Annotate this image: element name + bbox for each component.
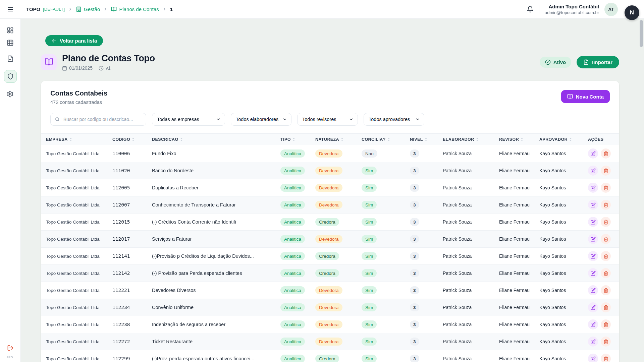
nivel-badge: 3	[410, 184, 419, 192]
nivel-cell: 3	[410, 196, 443, 214]
column-header[interactable]: CONCILIA?	[362, 134, 410, 145]
edit-button[interactable]	[588, 285, 598, 295]
avatar[interactable]: AT	[604, 3, 618, 16]
edit-button[interactable]	[588, 183, 598, 193]
trash-icon	[603, 237, 608, 242]
user-info[interactable]: Admin Topo Contábil admin@topocontabil.c…	[545, 4, 599, 15]
filter-select[interactable]: Todos revisores	[297, 113, 358, 126]
table-row: Topo Gestão Contábil Ltda112005Duplicata…	[41, 179, 619, 196]
aprovador-cell: Kayo Santos	[539, 316, 588, 333]
sidebar-item-settings[interactable]	[4, 87, 17, 100]
column-header[interactable]: EMPRESA	[41, 134, 112, 145]
edit-button[interactable]	[588, 148, 598, 159]
chevron-right-icon	[68, 7, 72, 11]
concilia-badge: Sim	[362, 269, 377, 277]
aprovador-cell: Kayo Santos	[539, 231, 588, 248]
breadcrumb-app-name[interactable]: TOPO	[26, 6, 40, 12]
sort-icon	[132, 137, 135, 141]
concilia-badge: Sim	[362, 218, 377, 226]
notifications-bell-icon[interactable]	[527, 6, 534, 13]
aprovador-cell: Kayo Santos	[539, 299, 588, 316]
natureza-cell: Devedora	[315, 179, 362, 196]
column-header[interactable]: ELABORADOR	[443, 134, 499, 145]
tipo-badge: Analitica	[280, 269, 305, 277]
edit-button[interactable]	[588, 234, 598, 244]
delete-button[interactable]	[601, 234, 611, 244]
breadcrumb-item-gestao[interactable]: Gestão	[76, 6, 100, 12]
descricao-cell: (-)Provisão p Créditos de Liquidação Duv…	[152, 248, 280, 265]
delete-button[interactable]	[601, 148, 611, 159]
trash-icon	[603, 151, 608, 156]
descricao-cell: Duplicatas a Receber	[152, 179, 280, 196]
filter-select[interactable]: Todas as empresas	[152, 113, 225, 126]
delete-button[interactable]	[601, 337, 611, 347]
column-header: AÇÕES	[588, 134, 619, 145]
assistant-floating-button[interactable]: N	[625, 5, 639, 20]
tipo-badge: Analitica	[280, 338, 305, 346]
delete-button[interactable]	[601, 268, 611, 278]
trash-icon	[603, 185, 608, 190]
sidebar-item-dashboard[interactable]	[4, 24, 17, 37]
search-input[interactable]	[50, 113, 146, 126]
sidebar-item-documents[interactable]	[4, 52, 17, 65]
column-label: TIPO	[280, 137, 291, 142]
delete-button[interactable]	[601, 354, 611, 362]
delete-button[interactable]	[601, 319, 611, 329]
concilia-cell: Sim	[362, 196, 410, 214]
new-account-button[interactable]: Nova Conta	[561, 90, 610, 103]
tipo-cell: Analitica	[280, 333, 315, 350]
concilia-cell: Sim	[362, 282, 410, 299]
edit-button[interactable]	[588, 354, 598, 362]
column-header[interactable]: DESCRICAO	[152, 134, 280, 145]
logout-icon[interactable]	[7, 345, 14, 351]
tipo-cell: Analitica	[280, 145, 315, 162]
nivel-badge: 3	[410, 201, 419, 209]
edit-button[interactable]	[588, 251, 598, 261]
edit-button[interactable]	[588, 268, 598, 278]
edit-button[interactable]	[588, 166, 598, 176]
column-header[interactable]: REVISOR	[499, 134, 539, 145]
edit-button[interactable]	[588, 200, 598, 210]
delete-button[interactable]	[601, 200, 611, 210]
concilia-badge: Nao	[362, 149, 377, 158]
acoes-cell	[588, 231, 619, 248]
delete-button[interactable]	[601, 166, 611, 176]
edit-button[interactable]	[588, 217, 598, 227]
sort-icon	[569, 137, 572, 141]
delete-button[interactable]	[601, 302, 611, 312]
delete-button[interactable]	[601, 285, 611, 295]
breadcrumb-item-planos-de-contas[interactable]: Planos de Contas	[111, 6, 159, 12]
edit-button[interactable]	[588, 302, 598, 312]
filter-select[interactable]: Todos elaboradores	[231, 113, 291, 126]
edit-button[interactable]	[588, 319, 598, 329]
column-header[interactable]: APROVADOR	[539, 134, 588, 145]
nivel-cell: 3	[410, 231, 443, 248]
sidebar-item-security[interactable]	[4, 70, 17, 83]
acoes-cell	[588, 282, 619, 299]
tipo-cell: Analitica	[280, 282, 315, 299]
natureza-cell: Devedora	[315, 316, 362, 333]
delete-button[interactable]	[601, 217, 611, 227]
column-header[interactable]: NIVEL	[410, 134, 443, 145]
acoes-cell	[588, 145, 619, 162]
delete-button[interactable]	[601, 251, 611, 261]
grid-icon	[7, 39, 14, 46]
column-header[interactable]: TIPO	[280, 134, 315, 145]
nivel-cell: 3	[410, 299, 443, 316]
revisor-cell: Eliane Fermau	[499, 196, 539, 214]
dashboard-icon	[7, 27, 14, 34]
sidebar-item-grid[interactable]	[4, 36, 17, 49]
column-header[interactable]: NATUREZA	[315, 134, 362, 145]
filter-select[interactable]: Todos aprovadores	[364, 113, 424, 126]
back-to-list-button[interactable]: Voltar para lista	[45, 35, 103, 46]
concilia-badge: Sim	[362, 286, 377, 294]
tipo-badge: Analitica	[280, 355, 305, 362]
scrollbar-thumb[interactable]	[640, 20, 643, 47]
column-header[interactable]: CODIGO	[112, 134, 152, 145]
delete-button[interactable]	[601, 183, 611, 193]
import-button[interactable]: Importar	[577, 56, 619, 68]
menu-toggle-icon[interactable]	[0, 6, 21, 13]
edit-button[interactable]	[588, 337, 598, 347]
concilia-cell: Sim	[362, 333, 410, 350]
tipo-badge: Analitica	[280, 303, 305, 311]
